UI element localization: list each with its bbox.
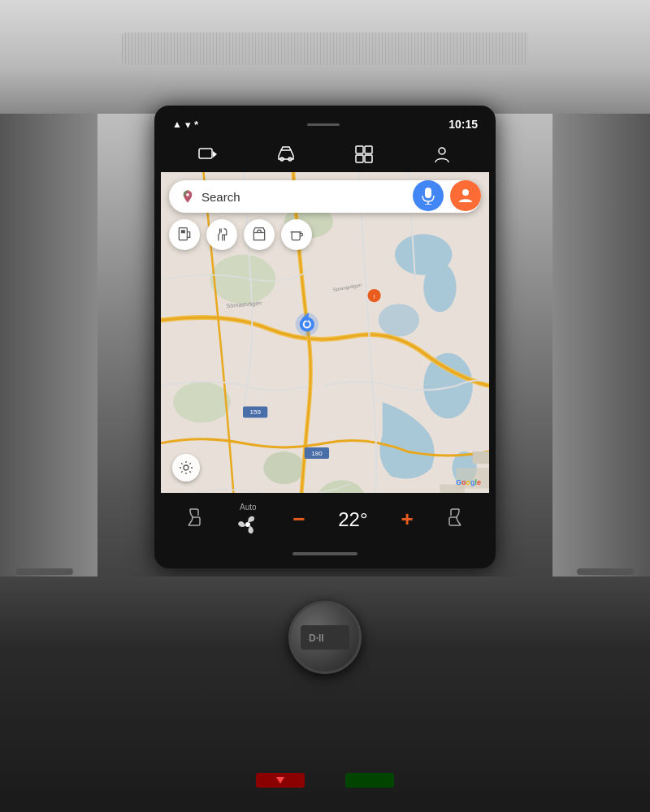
climate-bar: Auto − 22° + bbox=[161, 493, 489, 546]
gear-knob-area: D·II bbox=[276, 601, 374, 747]
status-icons: ▲ ▾ * bbox=[172, 119, 198, 131]
status-time: 10:15 bbox=[448, 118, 478, 131]
gear-knob[interactable]: D·II bbox=[288, 601, 362, 674]
car-interior: ▲ ▾ * 10:15 bbox=[0, 0, 650, 812]
voice-search-btn[interactable] bbox=[413, 180, 444, 211]
map-settings-btn[interactable] bbox=[172, 454, 200, 482]
svg-point-8 bbox=[439, 148, 445, 154]
svg-rect-6 bbox=[356, 155, 363, 162]
category-restaurant-btn[interactable] bbox=[206, 219, 237, 250]
hazard-right-btn[interactable] bbox=[345, 773, 394, 788]
google-logo: Google bbox=[456, 478, 481, 486]
signal-icon: ▲ bbox=[172, 119, 182, 130]
dash-top bbox=[0, 0, 650, 114]
svg-rect-43 bbox=[179, 228, 187, 240]
seat-left-icon[interactable] bbox=[185, 508, 203, 532]
map-right-buttons bbox=[413, 180, 481, 211]
screen-bezel: ▲ ▾ * 10:15 bbox=[154, 106, 496, 568]
category-fuel-btn[interactable] bbox=[169, 219, 200, 250]
auto-label: Auto bbox=[240, 503, 257, 512]
svg-rect-4 bbox=[356, 146, 363, 153]
category-coffee-btn[interactable] bbox=[281, 219, 312, 250]
speaker-grille bbox=[122, 32, 528, 65]
home-bar bbox=[292, 552, 358, 555]
svg-rect-0 bbox=[199, 149, 212, 158]
category-bar bbox=[169, 219, 481, 250]
wifi-icon: ▾ bbox=[185, 119, 191, 131]
svg-rect-21 bbox=[473, 451, 489, 464]
profile-nav-icon[interactable] bbox=[426, 138, 458, 171]
svg-rect-44 bbox=[181, 230, 185, 233]
svg-point-12 bbox=[379, 304, 420, 336]
temperature-display: 22° bbox=[338, 508, 367, 531]
home-indicator bbox=[161, 546, 489, 562]
svg-point-18 bbox=[173, 382, 231, 422]
grid-nav-icon[interactable] bbox=[348, 138, 380, 171]
gear-knob-inner: D·II bbox=[301, 625, 349, 650]
vent-right bbox=[577, 568, 634, 575]
svg-point-39 bbox=[305, 322, 310, 326]
svg-point-16 bbox=[210, 255, 276, 304]
svg-point-13 bbox=[423, 353, 473, 419]
svg-text:!: ! bbox=[373, 293, 375, 300]
svg-point-11 bbox=[423, 263, 456, 313]
svg-rect-7 bbox=[365, 155, 372, 162]
svg-text:D·II: D·II bbox=[309, 633, 324, 644]
account-btn[interactable] bbox=[450, 180, 481, 211]
seat-right-icon[interactable] bbox=[446, 508, 464, 532]
svg-point-52 bbox=[462, 189, 469, 196]
screen: ▲ ▾ * 10:15 bbox=[161, 112, 489, 562]
side-panel-right bbox=[552, 114, 650, 601]
bluetooth-icon: * bbox=[194, 119, 198, 131]
svg-text:159: 159 bbox=[249, 409, 261, 417]
vent-left bbox=[16, 568, 73, 575]
svg-point-19 bbox=[263, 451, 305, 484]
svg-text:180: 180 bbox=[311, 450, 323, 457]
side-panel-left bbox=[0, 114, 98, 601]
camera-nav-icon[interactable] bbox=[192, 138, 224, 171]
car-nav-icon[interactable] bbox=[270, 138, 302, 171]
climate-fan[interactable]: Auto bbox=[236, 503, 259, 536]
map-container: 199 159 180 Sörnästvägen Sprangvägen Hja… bbox=[161, 172, 489, 493]
svg-point-54 bbox=[245, 522, 250, 527]
temp-decrease-btn[interactable]: − bbox=[292, 507, 305, 532]
nav-bar bbox=[161, 136, 489, 172]
svg-rect-49 bbox=[425, 188, 431, 198]
hazard-left-btn[interactable] bbox=[256, 773, 305, 788]
category-shopping-btn[interactable] bbox=[244, 219, 275, 250]
svg-marker-1 bbox=[213, 151, 217, 158]
temp-increase-btn[interactable]: + bbox=[401, 507, 413, 532]
status-bar: ▲ ▾ * 10:15 bbox=[161, 112, 489, 136]
svg-point-53 bbox=[184, 465, 188, 470]
car-bottom: D·II bbox=[0, 577, 650, 812]
svg-rect-5 bbox=[365, 146, 372, 153]
google-maps-icon bbox=[180, 189, 195, 204]
dash-line bbox=[307, 123, 340, 126]
